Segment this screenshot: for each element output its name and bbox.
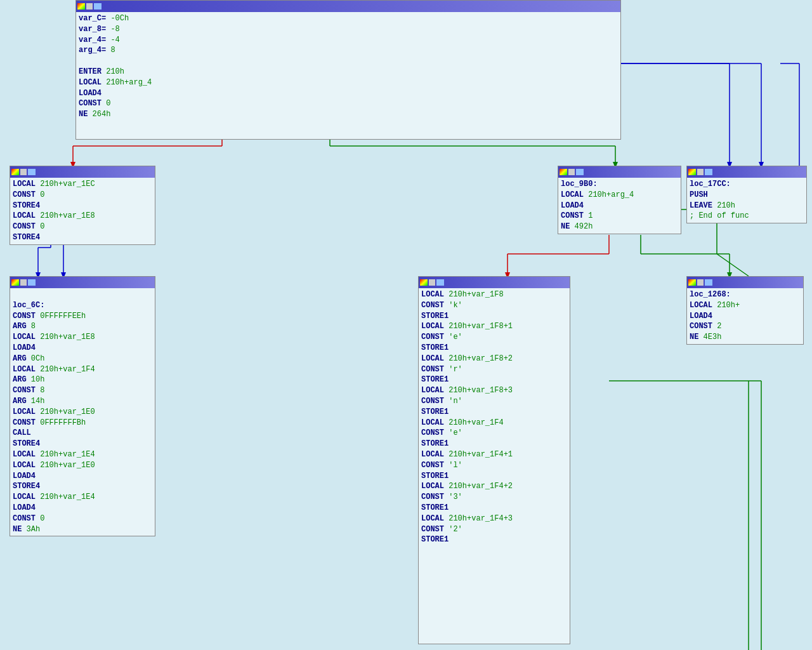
top-node-content: var_C= -0Ch var_8= -8 var_4= -4 arg_4= 8…	[76, 12, 620, 121]
right-upper-titlebar	[558, 166, 681, 178]
lower-mid-content: LOCAL 210h+var_1F8 CONST 'k' STORE1 LOCA…	[419, 288, 570, 547]
minimize-icon	[20, 279, 27, 286]
call-line: CALL	[13, 428, 152, 439]
node-right-upper: loc_9B0: LOCAL 210h+arg_4 LOAD4 CONST 1 …	[558, 166, 681, 234]
lower-left-titlebar	[10, 277, 155, 288]
top-node: var_C= -0Ch var_8= -8 var_4= -4 arg_4= 8…	[75, 0, 621, 140]
line7: LOCAL 210h+arg_4	[79, 77, 618, 88]
lower-mid-titlebar	[419, 277, 570, 288]
minimize-icon	[86, 3, 93, 10]
color-icon	[77, 3, 85, 10]
right-upper-content: loc_9B0: LOCAL 210h+arg_4 LOAD4 CONST 1 …	[558, 178, 681, 234]
lower-left-content: loc_6C: CONST 0FFFFFFEEh ARG 8 LOCAL 210…	[10, 288, 155, 536]
lower-right-content: loc_1268: LOCAL 210h+ LOAD4 CONST 2 NE 4…	[687, 288, 803, 344]
list-icon	[436, 279, 444, 286]
line1: var_C= -0Ch	[79, 13, 618, 24]
color-icon	[420, 279, 428, 286]
minimize-icon	[20, 169, 27, 175]
color-icon	[560, 169, 567, 175]
list-icon	[576, 169, 584, 175]
color-icon	[11, 169, 19, 175]
left-upper-content: LOCAL 210h+var_1EC CONST 0 STORE4 LOCAL …	[10, 178, 155, 244]
lower-right-titlebar	[687, 277, 803, 288]
minimize-icon	[429, 279, 435, 286]
minimize-icon	[697, 169, 704, 175]
minimize-icon	[697, 279, 704, 286]
color-icon	[688, 169, 696, 175]
line9: CONST 0	[79, 98, 618, 109]
node-lower-mid: LOCAL 210h+var_1F8 CONST 'k' STORE1 LOCA…	[418, 276, 570, 644]
line8: LOAD4	[79, 88, 618, 99]
color-icon	[688, 279, 696, 286]
line5	[79, 56, 618, 67]
line4: arg_4= 8	[79, 45, 618, 56]
line2: var_8= -8	[79, 24, 618, 35]
list-icon	[94, 3, 102, 10]
color-icon	[11, 279, 19, 286]
line10: NE 264h	[79, 109, 618, 120]
line6: ENTER 210h	[79, 67, 618, 77]
list-icon	[28, 279, 36, 286]
left-upper-titlebar	[10, 166, 155, 178]
node-lower-right: loc_1268: LOCAL 210h+ LOAD4 CONST 2 NE 4…	[686, 276, 804, 345]
list-icon	[28, 169, 36, 175]
line3: var_4= -4	[79, 35, 618, 46]
top-node-titlebar	[76, 1, 620, 12]
list-icon	[705, 279, 712, 286]
far-right-upper-titlebar	[687, 166, 806, 178]
svg-line-32	[717, 254, 749, 276]
node-lower-left: loc_6C: CONST 0FFFFFFEEh ARG 8 LOCAL 210…	[10, 276, 155, 536]
far-right-upper-content: loc_17CC: PUSH LEAVE 210h ; End of func	[687, 178, 806, 223]
minimize-icon	[568, 169, 575, 175]
list-icon	[705, 169, 712, 175]
node-far-right-upper: loc_17CC: PUSH LEAVE 210h ; End of func	[686, 166, 807, 223]
node-left-upper: LOCAL 210h+var_1EC CONST 0 STORE4 LOCAL …	[10, 166, 155, 245]
